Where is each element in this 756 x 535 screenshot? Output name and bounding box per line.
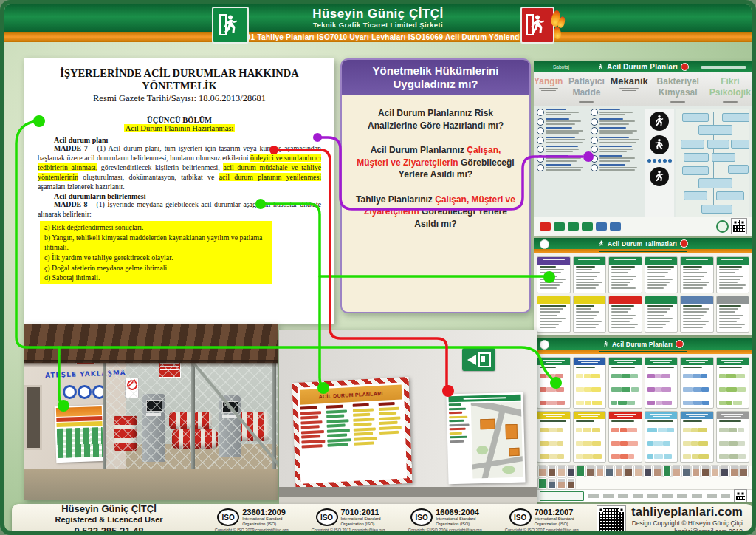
iso-badge-text: 7001:2007International StandardOrganizat… — [535, 508, 574, 526]
regulation-document: İŞYERLERİNDE ACİL DURUMLAR HAKKINDA YÖNE… — [24, 58, 334, 324]
item-icon — [591, 137, 598, 144]
flow-mini-box — [592, 441, 600, 446]
poster-card — [573, 256, 607, 293]
exit-run-icon — [212, 7, 249, 44]
text-line — [719, 276, 744, 277]
poster-column — [378, 401, 405, 474]
flow-mini-box — [655, 387, 662, 392]
text-line — [647, 279, 673, 280]
list-item: a) Risk değerlendirmesi sonuçları. — [44, 222, 268, 233]
text-line — [683, 311, 707, 313]
text-line — [576, 308, 592, 310]
poster-card — [680, 296, 714, 333]
iso-code: 16069:2004 — [436, 508, 479, 517]
text-line — [540, 324, 559, 325]
poster-card — [537, 357, 571, 409]
text-line — [576, 287, 597, 289]
text-line — [647, 318, 673, 319]
flow-box — [682, 113, 709, 122]
portrait-thumbnail — [682, 466, 690, 477]
iso-code: 7001:2007 — [535, 508, 574, 517]
text-line — [647, 284, 667, 286]
legend-chip-icon — [568, 222, 579, 231]
card-header — [537, 257, 570, 265]
hazard-category-label: Bakteriyel Kimyasal — [657, 76, 699, 98]
flow-mini-box — [701, 374, 707, 378]
poster-card — [537, 256, 571, 293]
text-line — [683, 327, 703, 328]
text-line — [576, 327, 596, 328]
text-line — [719, 272, 736, 273]
text-line — [611, 311, 628, 313]
iso-org-line: Organization (ISO) — [242, 522, 286, 527]
text-line — [719, 367, 742, 368]
flow-mini-box — [726, 387, 737, 392]
card-body — [574, 265, 606, 293]
text-line — [647, 282, 670, 283]
item-icon — [591, 109, 598, 116]
text-line — [540, 287, 557, 289]
flow-mini-box — [628, 441, 638, 446]
flow-mini-box — [698, 454, 709, 459]
item-text-lines — [546, 127, 588, 135]
flow-box — [722, 113, 749, 122]
fire-exit-icon — [520, 7, 554, 44]
item-icon — [537, 118, 544, 126]
card-header — [537, 412, 570, 419]
poster2-title: Acil Durum Talimatları — [608, 240, 677, 248]
poster-card — [645, 296, 678, 333]
poster-card — [573, 296, 607, 333]
hazard-category-label: Fikri Psikolojik — [709, 76, 751, 98]
text-line — [576, 276, 597, 277]
prohibition-pictogram — [650, 167, 669, 186]
flow-mini-box — [630, 374, 638, 378]
footer-caption-lines — [588, 494, 730, 498]
flow-mini-box — [627, 401, 635, 405]
flow-mini-box — [576, 428, 583, 432]
instruction-item — [537, 118, 588, 126]
flow-mini-box — [611, 387, 622, 392]
text-line — [576, 324, 599, 325]
iso-logo-icon: ISO — [410, 508, 433, 526]
item-text-lines — [599, 118, 642, 126]
card-header — [717, 412, 749, 419]
portrait-thumbnail — [730, 466, 738, 477]
flow-mini-box — [628, 454, 634, 459]
card-header — [537, 296, 570, 304]
emergency-plan-wall-poster — [55, 405, 106, 463]
portrait-thumbnail — [567, 466, 575, 477]
poster-card — [716, 256, 750, 293]
item-icon — [591, 118, 598, 126]
madde8-heading: Acil durumların belirlenmesi — [54, 192, 321, 200]
flow-mini-box — [738, 454, 746, 459]
card-header — [574, 412, 606, 419]
iso-copyright: Copyright © ISO 2009 copyright@iso.org — [215, 528, 289, 532]
flowchart-area — [676, 109, 749, 217]
poster-card — [716, 411, 750, 463]
poster1-header: Sabotaj Acil Durum Planları — [534, 61, 752, 72]
text-line — [611, 324, 638, 325]
flow-mini-box — [611, 454, 620, 459]
text-line — [683, 308, 709, 310]
instruction-item — [537, 109, 588, 117]
flow-mini-box — [698, 428, 707, 432]
card-header — [681, 257, 713, 265]
flow-box — [684, 191, 707, 200]
text-line — [611, 279, 633, 280]
red-badge-icon — [676, 340, 684, 348]
card-body — [537, 419, 570, 463]
text-line — [576, 305, 595, 307]
card-header — [574, 296, 606, 304]
instruction-item — [591, 137, 642, 145]
text-line — [611, 367, 635, 368]
company-subtitle: Teknik Grafik Ticaret Limited Şirketi — [313, 21, 443, 29]
text-line — [683, 305, 702, 307]
text-line — [683, 420, 702, 422]
flow-mini-box — [736, 374, 745, 378]
instruction-item — [537, 137, 588, 145]
flow-mini-box — [593, 454, 602, 459]
poster-card — [716, 296, 750, 333]
flow-mini-box — [726, 374, 736, 378]
flow-mini-box — [618, 401, 627, 405]
text-line — [683, 266, 702, 268]
